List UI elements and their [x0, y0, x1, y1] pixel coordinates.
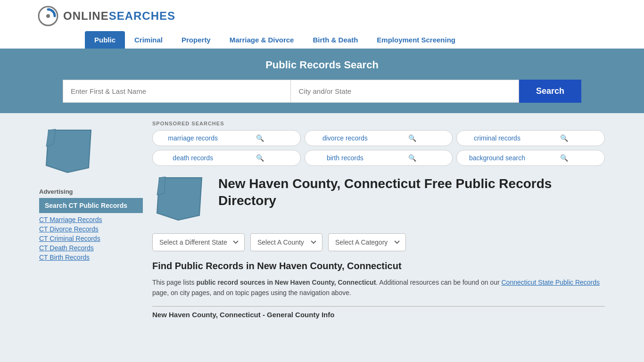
search-icon-criminal: 🔍	[531, 134, 598, 142]
nav-item-birth-death[interactable]: Birth & Death	[303, 31, 367, 49]
main-content: Advertising Search CT Public Records CT …	[30, 113, 614, 326]
svg-marker-5	[157, 177, 165, 195]
nav-item-employment[interactable]: Employment Screening	[367, 31, 465, 49]
nav-item-marriage-divorce[interactable]: Marriage & Divorce	[220, 31, 304, 49]
sidebar-link-marriage[interactable]: CT Marriage Records	[39, 216, 143, 223]
search-icon-background: 🔍	[531, 154, 598, 162]
search-banner-title: Public Records Search	[9, 59, 635, 71]
page-title: New Haven County, Connecticut Free Publi…	[218, 175, 605, 210]
search-icon-divorce: 🔍	[379, 134, 446, 142]
sponsored-text-criminal: criminal records	[463, 134, 530, 142]
find-title: Find Public Records in New Haven County,…	[152, 261, 605, 272]
sponsored-text-birth: birth records	[312, 154, 379, 162]
sponsored-item-background[interactable]: background search 🔍	[456, 150, 605, 166]
search-icon-marriage: 🔍	[226, 134, 293, 142]
find-description: This page lists public record sources in…	[152, 277, 605, 298]
sidebar-link-death[interactable]: CT Death Records	[39, 244, 143, 252]
nav-item-criminal[interactable]: Criminal	[125, 31, 172, 49]
sidebar: Advertising Search CT Public Records CT …	[39, 121, 143, 319]
search-icon-death: 🔍	[226, 154, 293, 162]
search-icon-birth: 🔍	[379, 154, 446, 162]
sponsored-text-marriage: marriage records	[159, 134, 226, 142]
ct-map-inline	[152, 175, 209, 224]
sponsored-grid: marriage records 🔍 divorce records 🔍 cri…	[152, 130, 605, 166]
sponsored-text-death: death records	[159, 154, 226, 162]
sponsored-text-divorce: divorce records	[312, 134, 379, 142]
nav-item-public[interactable]: Public	[85, 31, 125, 49]
desc-link[interactable]: Connecticut State Public Records	[501, 279, 600, 286]
location-input[interactable]	[290, 80, 519, 103]
county-dropdown[interactable]: Select A County	[250, 233, 322, 251]
desc-part1: This page lists	[152, 279, 196, 286]
search-button[interactable]: Search	[519, 80, 581, 103]
header: ONLINESEARCHES Public Criminal Property …	[0, 0, 644, 49]
desc-bold: public record sources in New Haven Count…	[196, 279, 376, 286]
svg-point-1	[46, 14, 50, 18]
nav-item-property[interactable]: Property	[172, 31, 220, 49]
sidebar-link-birth[interactable]: CT Birth Records	[39, 254, 143, 261]
category-dropdown[interactable]: Select A Category	[328, 233, 406, 251]
sponsored-item-marriage[interactable]: marriage records 🔍	[152, 130, 301, 146]
search-form: Search	[63, 80, 581, 103]
logo-area: ONLINESEARCHES	[9, 6, 635, 26]
dropdowns: Select a Different State Select A County…	[152, 233, 605, 251]
ad-highlight[interactable]: Search CT Public Records	[39, 198, 143, 213]
general-info-heading: New Haven County, Connecticut - General …	[152, 311, 605, 319]
sponsored-item-criminal[interactable]: criminal records 🔍	[456, 130, 605, 146]
sidebar-link-criminal[interactable]: CT Criminal Records	[39, 235, 143, 242]
section-divider	[152, 306, 605, 307]
sponsored-item-divorce[interactable]: divorce records 🔍	[305, 130, 453, 146]
sponsored-label: SPONSORED SEARCHES	[152, 121, 605, 126]
sponsored-item-birth[interactable]: birth records 🔍	[305, 150, 453, 166]
desc-part2: . Additional resources can be found on o…	[376, 279, 501, 286]
ct-map-svg	[39, 125, 100, 177]
search-banner: Public Records Search Search	[0, 49, 644, 113]
state-dropdown[interactable]: Select a Different State	[152, 233, 245, 251]
sidebar-link-divorce[interactable]: CT Divorce Records	[39, 225, 143, 233]
name-input[interactable]	[63, 80, 290, 103]
sponsored-text-background: background search	[463, 154, 530, 162]
logo-icon	[38, 6, 58, 26]
sponsored-item-death[interactable]: death records 🔍	[152, 150, 301, 166]
state-map	[39, 125, 143, 179]
main-nav: Public Criminal Property Marriage & Divo…	[9, 31, 635, 49]
advertising-label: Advertising	[39, 188, 143, 195]
desc-part3: page, on city pages, and on topic pages …	[152, 289, 351, 296]
content-area: SPONSORED SEARCHES marriage records 🔍 di…	[152, 121, 605, 319]
content-top: New Haven County, Connecticut Free Publi…	[152, 175, 605, 224]
logo-online: ONLINE	[63, 9, 109, 22]
logo-searches: SEARCHES	[109, 9, 175, 22]
